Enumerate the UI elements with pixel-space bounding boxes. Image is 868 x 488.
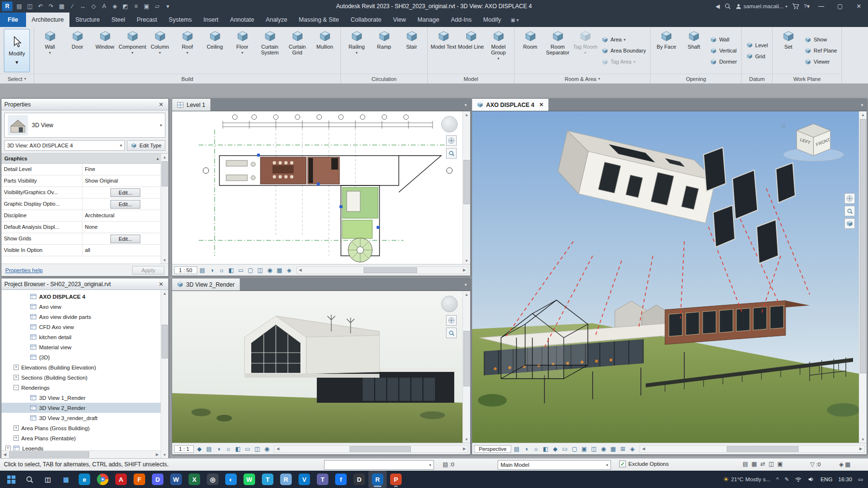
panel-label-build[interactable]: Build (34, 74, 340, 83)
performance-icon[interactable]: ▦ (751, 461, 757, 467)
ribbon-button-wall[interactable]: Wall (710, 35, 737, 45)
tab-collaborate[interactable]: Collaborate (345, 13, 387, 27)
worksharing-display-icon[interactable]: ▤ (743, 461, 748, 467)
expander-icon[interactable]: - (14, 385, 19, 390)
firefox-icon[interactable]: F (130, 471, 149, 488)
tree-item-3d[interactable]: {3D} (1, 352, 168, 362)
tab-systems[interactable]: Systems (163, 13, 198, 27)
viewcube[interactable]: ⌂ LEFT FRONT (775, 117, 847, 163)
expander-icon[interactable]: + (14, 425, 19, 431)
ribbon-button-vertical[interactable]: Vertical (710, 46, 737, 56)
tab-add-ins[interactable]: Add-Ins (445, 13, 477, 27)
weather-widget[interactable]: ☀ 21°C Mostly s... (723, 475, 770, 483)
project-browser-header[interactable]: Project Browser - SH02_2023_original.rvt… (1, 278, 168, 290)
visual-style-icon[interactable]: ◑ (214, 445, 223, 453)
zoom-icon[interactable] (446, 328, 457, 338)
vscode-icon[interactable]: V (295, 471, 313, 488)
properties-scrollbar[interactable]: ▲ ▼ (161, 154, 168, 264)
tab-manage[interactable]: Manage (412, 13, 445, 27)
ribbon-button-curtain-grid[interactable]: Curtain Grid (284, 28, 311, 55)
panel-label-datum[interactable]: Datum (742, 74, 772, 83)
visual-style-icon[interactable]: ◑ (208, 266, 217, 275)
save-icon[interactable]: ◫ (25, 1, 35, 11)
search-button[interactable] (20, 471, 39, 488)
active-workset-combo[interactable]: ▾ (324, 460, 434, 470)
panel-options-icon[interactable]: ▣ ▾ (507, 13, 523, 27)
scroll-left-arrow[interactable]: ◀ (297, 268, 304, 272)
ribbon-button-model-text[interactable]: Model Text (430, 28, 457, 50)
sun-path-icon[interactable]: ☼ (224, 445, 232, 453)
view-scale-label[interactable]: 1 : 1 (174, 445, 194, 453)
tab-structure[interactable]: Structure (69, 13, 106, 27)
level1-canvas[interactable]: ▲ ▼ (172, 111, 470, 264)
reveal-constraints-icon[interactable]: ◈ (628, 445, 637, 453)
zoom-icon[interactable] (446, 148, 457, 158)
expander-icon[interactable]: + (14, 375, 19, 380)
switch-windows-icon[interactable]: ▱ (152, 1, 163, 11)
selection-filter[interactable]: ▽ :0 (810, 461, 821, 468)
ribbon-button-show[interactable]: Show (804, 35, 837, 45)
panel-label-work-plane[interactable]: Work Plane (773, 74, 841, 83)
horizontal-scrollbar[interactable]: ◀▶ (297, 266, 468, 274)
redo-icon[interactable]: ↷ (46, 1, 56, 11)
account-menu[interactable]: samuel.macali... ▾ (735, 3, 787, 10)
ribbon-button-model-line[interactable]: Model Line (457, 28, 485, 50)
maximize-button[interactable]: ▢ (833, 0, 847, 12)
panel-label-room-area[interactable]: Room & Area▾ (515, 74, 650, 83)
ribbon-button-shaft[interactable]: Shaft (680, 28, 707, 50)
scroll-left-arrow[interactable]: ◀ (640, 447, 647, 451)
steering-wheel-disc[interactable] (441, 296, 458, 312)
visual-style-icon[interactable]: ◑ (522, 445, 530, 453)
panel-label-circulation[interactable]: Circulation (341, 74, 427, 83)
horizontal-scrollbar[interactable]: ◀▶ (639, 445, 865, 453)
ribbon-button-wall[interactable]: Wall▾ (36, 28, 64, 56)
excel-icon[interactable]: X (185, 471, 203, 488)
close-hidden-windows-icon[interactable]: ▣ (141, 1, 152, 11)
tree-item-sections-building-section[interactable]: +Sections (Building Section) (1, 372, 168, 382)
edit-button[interactable]: Edit... (110, 188, 140, 197)
undo-icon[interactable]: ↶ (35, 1, 46, 11)
view-scale-label[interactable]: Perspective (474, 445, 511, 453)
temporary-hide-isolate-icon[interactable]: ◫ (256, 266, 265, 275)
ribbon-button-window[interactable]: Window (91, 28, 119, 50)
show-constraints-icon[interactable]: ◈ (285, 266, 294, 275)
tab-list-icon[interactable]: ▾ (857, 99, 867, 111)
viewcube-home-icon[interactable]: ⌂ (782, 121, 786, 129)
revit-icon[interactable]: R (368, 471, 387, 488)
browser-vertical-scrollbar[interactable]: ▲ ▼ (161, 290, 168, 458)
reveal-hidden-elements-icon[interactable]: ◉ (266, 266, 274, 275)
ribbon-button-ramp[interactable]: Ramp (370, 28, 398, 50)
acrobat-icon[interactable]: A (112, 471, 130, 488)
zoom-icon[interactable] (844, 206, 855, 216)
whatsapp-icon[interactable]: W (240, 471, 258, 488)
show-crop-region-icon[interactable]: ▢ (246, 266, 255, 275)
collapse-icon[interactable]: ◀ (716, 3, 720, 10)
ribbon-button-component[interactable]: Component▾ (119, 28, 146, 56)
navigation-wheel-icon[interactable] (446, 315, 457, 326)
property-value[interactable]: all (82, 245, 168, 256)
tree-item-axo-view[interactable]: Axo view (1, 302, 168, 312)
clock[interactable]: 16:30 (838, 476, 852, 482)
section-icon[interactable]: ◩ (120, 1, 131, 11)
property-value[interactable]: Edit... (82, 187, 168, 198)
show-rendering-dialog-icon[interactable]: ◆ (195, 445, 203, 453)
tab-list-icon[interactable]: ▾ (461, 99, 470, 111)
axo-canvas[interactable]: ⌂ LEFT FRONT ▲ ▼ (472, 111, 867, 443)
widgets-button[interactable]: ▦ (57, 471, 75, 488)
tree-item-3d-view-3-render-draft[interactable]: 3D View 3_render_draft (1, 413, 168, 423)
sun-path-icon[interactable]: ☼ (217, 266, 226, 275)
crop-view-icon[interactable]: ▭ (237, 266, 245, 275)
tab-file[interactable]: File (0, 13, 26, 27)
expander-icon[interactable]: + (14, 435, 19, 441)
ribbon-button-level[interactable]: Level (746, 40, 768, 50)
notification-icon[interactable]: ▭ (858, 476, 863, 483)
design-option-combo[interactable]: Main Model▾ (498, 460, 611, 470)
chrome-icon[interactable] (94, 471, 112, 488)
panel-label-opening[interactable]: Opening (651, 74, 741, 83)
scroll-right-arrow[interactable]: ▶ (857, 447, 864, 451)
telegram-icon[interactable]: T (258, 471, 277, 488)
task-view-button[interactable]: ◫ (39, 471, 57, 488)
default-3d-view-icon[interactable]: ◈ (109, 1, 120, 11)
browser-horizontal-scrollbar[interactable]: ◀ ▶ (1, 450, 161, 458)
view-scale-label[interactable]: 1 : 50 (174, 266, 197, 274)
